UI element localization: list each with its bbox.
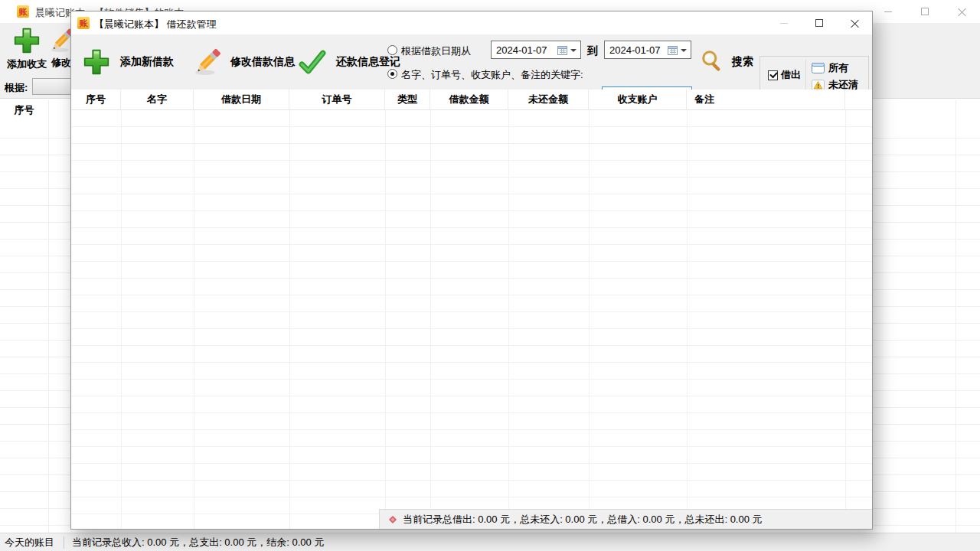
window-icon (812, 63, 825, 73)
column-divider (430, 110, 431, 529)
modify-transaction-label: 修改 (51, 56, 71, 70)
search-button[interactable]: 搜索 (700, 34, 753, 90)
today-accounts-label: 今天的账目 (0, 536, 64, 549)
add-transaction-label: 添加收支 (7, 57, 47, 71)
repayment-register-button[interactable]: 还款信息登记 (298, 34, 400, 90)
statusbar-divider (64, 536, 64, 549)
filter-all-button[interactable]: 所有 (812, 61, 848, 75)
column-divider (385, 110, 386, 529)
dialog-window-controls (766, 11, 872, 34)
lend-out-label: 借出 (781, 68, 801, 82)
main-window-controls (870, 0, 980, 23)
dialog-titlebar: 账 【晨曦记账本】 借还款管理 (71, 11, 872, 34)
date-range-radio[interactable] (387, 45, 397, 55)
app-icon: 账 (17, 5, 29, 18)
summary-bullet-icon (389, 516, 397, 523)
minimize-icon (884, 11, 892, 12)
maximize-button[interactable] (906, 0, 943, 23)
column-header-loan-amount[interactable]: 借款金额 (430, 90, 508, 110)
date-from-value: 2024-01-07 (496, 44, 547, 56)
column-header-seq[interactable]: 序号 (71, 90, 121, 110)
column-divider (589, 110, 590, 529)
column-header-type[interactable]: 类型 (385, 90, 430, 110)
calendar-icon (557, 45, 567, 55)
lend-out-checkbox[interactable]: 借出 (768, 68, 801, 82)
add-transaction-button[interactable]: 添加收支 (5, 26, 49, 71)
column-divider (845, 110, 846, 529)
plus-icon (82, 47, 111, 77)
close-icon (958, 8, 966, 16)
keyword-radio[interactable] (387, 69, 397, 79)
date-from-picker[interactable]: 2024-01-07 (491, 41, 581, 59)
main-summary-text: 当前记录总收入: 0.00 元，总支出: 0.00 元，结余: 0.00 元 (72, 536, 324, 549)
loan-management-dialog: 账 【晨曦记账本】 借还款管理 添加新借款 (70, 11, 873, 530)
date-to-picker[interactable]: 2024-01-07 (604, 41, 691, 59)
filter-by-label: 根据: (5, 81, 28, 95)
dialog-summary-text: 当前记录总借出: 0.00 元，总未还入: 0.00 元，总借入: 0.00 元… (403, 513, 763, 527)
keyword-radio-label: 名字、订单号、收支账户、备注的关键字: (401, 68, 583, 82)
filter-all-label: 所有 (828, 61, 848, 75)
minimize-icon (780, 23, 788, 24)
column-header-name[interactable]: 名字 (121, 90, 194, 110)
main-statusbar: 今天的账目 当前记录总收入: 0.00 元，总支出: 0.00 元，结余: 0.… (0, 533, 980, 551)
dialog-statusbar: 当前记录总借出: 0.00 元，总未还入: 0.00 元，总借入: 0.00 元… (379, 509, 872, 529)
column-divider (687, 110, 688, 529)
loan-table-header: 序号 名字 借款日期 订单号 类型 借款金额 未还金额 收支账户 备注 (71, 90, 872, 110)
column-header-unpaid-amount[interactable]: 未还金额 (508, 90, 589, 110)
loan-table-body (71, 110, 872, 529)
date-to-value: 2024-01-07 (609, 44, 661, 56)
close-button[interactable] (943, 0, 980, 23)
plus-icon (12, 26, 41, 55)
dropdown-arrow-icon (681, 49, 687, 52)
search-label: 搜索 (732, 55, 753, 69)
column-header-loan-date[interactable]: 借款日期 (194, 90, 289, 110)
checkbox-checked-icon (768, 70, 778, 80)
column-divider (289, 110, 290, 529)
minimize-button[interactable] (870, 0, 906, 23)
column-divider (121, 110, 122, 529)
column-divider (508, 110, 509, 529)
column-header-filler (845, 90, 872, 110)
to-label: 到 (587, 44, 598, 58)
app-icon: 账 (77, 17, 90, 29)
dialog-close-button[interactable] (837, 11, 872, 34)
checkmark-icon (298, 47, 327, 77)
add-loan-label: 添加新借款 (120, 55, 174, 69)
dropdown-arrow-icon (570, 49, 577, 52)
repayment-register-label: 还款信息登记 (336, 55, 400, 69)
main-column-header-seq[interactable]: 序号 (0, 103, 48, 117)
edit-loan-button[interactable]: 修改借款信息 (192, 34, 295, 90)
maximize-icon (921, 8, 929, 15)
close-icon (851, 19, 859, 28)
date-range-radio-label: 根据借款日期从 (401, 44, 471, 58)
dialog-title: 【晨曦记账本】 借还款管理 (94, 18, 217, 31)
dialog-toolbar: 添加新借款 修改借款信息 还款信息登记 (71, 34, 872, 90)
pencil-icon (192, 47, 221, 77)
column-header-account[interactable]: 收支账户 (589, 90, 687, 110)
column-header-order-no[interactable]: 订单号 (289, 90, 385, 110)
maximize-icon (815, 19, 823, 27)
column-divider (194, 110, 194, 529)
dialog-maximize-button[interactable] (802, 11, 837, 34)
search-icon (700, 48, 726, 76)
add-loan-button[interactable]: 添加新借款 (82, 34, 174, 90)
warning-icon (812, 80, 825, 90)
dialog-minimize-button[interactable] (766, 11, 802, 34)
column-header-remark[interactable]: 备注 (687, 90, 845, 110)
edit-loan-label: 修改借款信息 (230, 55, 295, 69)
calendar-icon (668, 45, 678, 55)
